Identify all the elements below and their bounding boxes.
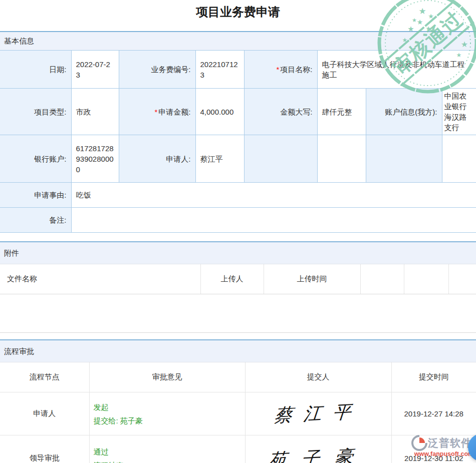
amount-words-value: 肆仟元整 bbox=[317, 89, 366, 135]
basic-info-table: 日期: 2022-07-23 业务费编号: 2022107123 *项目名称: … bbox=[0, 50, 476, 233]
approval-signature-cell: 蔡江平 bbox=[245, 392, 391, 435]
approval-opinion-line: 发起 bbox=[94, 400, 245, 414]
approval-row: 领导审批 通过 流程结束 苑子豪 2019-12-30 11:02 bbox=[0, 435, 476, 463]
empty-value-cell bbox=[317, 135, 366, 183]
amount-words-label: 金额大写: bbox=[244, 89, 317, 135]
signature-handwriting: 苑子豪 bbox=[267, 443, 369, 463]
approval-signature-cell: 苑子豪 bbox=[245, 435, 391, 463]
approval-header-node: 流程节点 bbox=[0, 362, 89, 392]
empty-value-cell bbox=[442, 135, 476, 183]
empty-label-cell bbox=[244, 135, 317, 183]
applicant-value: 蔡江平 bbox=[195, 135, 244, 183]
bank-account-label: 银行账户: bbox=[0, 135, 71, 183]
page: { "title": "项目业务费申请", "stamp": { "text":… bbox=[0, 0, 476, 463]
section-gap bbox=[0, 333, 476, 339]
approval-submit-time: 2019-12-27 14:28 bbox=[391, 392, 476, 435]
amount-label-text: 申请金额: bbox=[158, 108, 190, 116]
page-title: 项目业务费申请 bbox=[0, 0, 476, 31]
attachments-header-filename: 文件名称 bbox=[0, 264, 200, 294]
approval-header-submit-time: 提交时间 bbox=[391, 362, 476, 392]
reason-value: 吃饭 bbox=[71, 183, 476, 208]
website-url: www.fanpusoft.com bbox=[411, 450, 476, 457]
attachments-header-uploader: 上传人 bbox=[200, 264, 264, 294]
date-value: 2022-07-23 bbox=[71, 51, 119, 89]
attachments-table: 文件名称 上传人 上传时间 bbox=[0, 264, 476, 294]
account-info-value: 中国农业银行海汉路支行 bbox=[442, 89, 476, 135]
project-type-value: 市政 bbox=[71, 89, 119, 135]
section-gap bbox=[0, 233, 476, 241]
approval-opinion: 通过 流程结束 bbox=[89, 435, 245, 463]
required-asterisk: * bbox=[276, 65, 279, 74]
remark-value bbox=[71, 208, 476, 233]
attachments-header-empty bbox=[360, 264, 404, 294]
attachments-header-empty bbox=[448, 264, 476, 294]
fee-no-value: 2022107123 bbox=[195, 51, 244, 89]
project-type-label: 项目类型: bbox=[0, 89, 71, 135]
required-asterisk: * bbox=[154, 108, 157, 116]
brand-name: 泛普软件 bbox=[428, 436, 472, 450]
amount-label: *申请金额: bbox=[119, 89, 195, 135]
section-header-approval-flow: 流程审批 bbox=[0, 339, 476, 362]
approval-header-submitter: 提交人 bbox=[245, 362, 391, 392]
approval-opinion: 发起 提交给: 苑子豪 bbox=[89, 392, 245, 435]
section-header-attachments: 附件 bbox=[0, 241, 476, 264]
attachments-header-upload-time: 上传时间 bbox=[264, 264, 360, 294]
empty-label-cell bbox=[366, 135, 442, 183]
project-name-label: *项目名称: bbox=[244, 51, 317, 89]
project-name-value: 电子科技大学区域人行道及非机动车道工程施工 bbox=[317, 51, 476, 89]
signature-handwriting: 蔡江平 bbox=[273, 399, 363, 428]
section-header-basic-info: 基本信息 bbox=[0, 31, 476, 50]
attachments-empty-area bbox=[0, 294, 476, 333]
account-info-label: 账户信息(我方): bbox=[366, 89, 442, 135]
approval-header-opinion: 审批意见 bbox=[89, 362, 245, 392]
fee-no-label: 业务费编号: bbox=[119, 51, 195, 89]
approval-row: 申请人 发起 提交给: 苑子豪 蔡江平 2019-12-27 14:28 bbox=[0, 392, 476, 435]
amount-value: 4,000.000 bbox=[195, 89, 244, 135]
date-label: 日期: bbox=[0, 51, 71, 89]
attachments-header-empty bbox=[404, 264, 448, 294]
approval-node: 领导审批 bbox=[0, 435, 89, 463]
reason-label: 申请事由: bbox=[0, 183, 71, 208]
remark-label: 备注: bbox=[0, 208, 71, 233]
project-name-label-text: 项目名称: bbox=[280, 65, 312, 74]
bank-account-value: 6172817289390280000 bbox=[71, 135, 119, 183]
fanpu-logo-icon bbox=[411, 434, 428, 451]
approval-node: 申请人 bbox=[0, 392, 89, 435]
approval-opinion-line: 通过 bbox=[94, 445, 245, 458]
applicant-label: 申请人: bbox=[119, 135, 195, 183]
brand-watermark: 泛普软件 www.fanpusoft.com bbox=[411, 434, 476, 457]
approval-opinion-line: 流程结束 bbox=[94, 458, 245, 463]
approval-opinion-line: 提交给: 苑子豪 bbox=[94, 414, 245, 427]
approval-table: 流程节点 审批意见 提交人 提交时间 申请人 发起 提交给: 苑子豪 蔡江平 2… bbox=[0, 362, 476, 463]
